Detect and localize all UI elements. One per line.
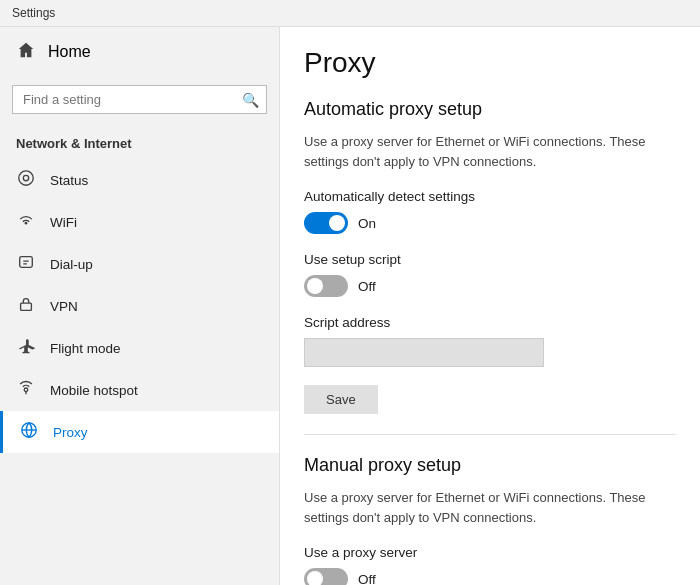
manual-section-title: Manual proxy setup bbox=[304, 455, 676, 476]
manual-section-desc: Use a proxy server for Ethernet or WiFi … bbox=[304, 488, 676, 527]
svg-rect-2 bbox=[20, 257, 33, 268]
automatic-section-desc: Use a proxy server for Ethernet or WiFi … bbox=[304, 132, 676, 171]
use-proxy-label: Use a proxy server bbox=[304, 545, 676, 560]
sidebar: Home 🔍 Network & Internet Status bbox=[0, 27, 280, 585]
sidebar-section-title: Network & Internet bbox=[0, 122, 279, 159]
script-address-row: Script address bbox=[304, 315, 676, 367]
sidebar-item-vpn[interactable]: VPN bbox=[0, 285, 279, 327]
auto-detect-toggle-row: On bbox=[304, 212, 676, 234]
script-address-input[interactable] bbox=[304, 338, 544, 367]
flightmode-label: Flight mode bbox=[50, 341, 121, 356]
sidebar-item-proxy[interactable]: Proxy bbox=[0, 411, 279, 453]
svg-point-1 bbox=[23, 175, 28, 180]
home-icon bbox=[16, 41, 36, 63]
vpn-icon bbox=[16, 295, 36, 317]
title-bar: Settings bbox=[0, 0, 700, 27]
page-title: Proxy bbox=[304, 47, 676, 79]
title-bar-label: Settings bbox=[12, 6, 55, 20]
main-layout: Home 🔍 Network & Internet Status bbox=[0, 27, 700, 585]
auto-detect-row: Automatically detect settings On bbox=[304, 189, 676, 234]
setup-script-row: Use setup script Off bbox=[304, 252, 676, 297]
script-address-label: Script address bbox=[304, 315, 676, 330]
setup-script-toggle-knob bbox=[307, 278, 323, 294]
auto-detect-label: Automatically detect settings bbox=[304, 189, 676, 204]
mobilehotspot-label: Mobile hotspot bbox=[50, 383, 138, 398]
dialup-icon bbox=[16, 253, 36, 275]
mobilehotspot-icon bbox=[16, 379, 36, 401]
proxy-label: Proxy bbox=[53, 425, 88, 440]
section-divider bbox=[304, 434, 676, 435]
wifi-label: WiFi bbox=[50, 215, 77, 230]
sidebar-item-mobilehotspot[interactable]: Mobile hotspot bbox=[0, 369, 279, 411]
content-area: Proxy Automatic proxy setup Use a proxy … bbox=[280, 27, 700, 585]
sidebar-item-wifi[interactable]: WiFi bbox=[0, 201, 279, 243]
sidebar-item-home[interactable]: Home bbox=[0, 27, 279, 77]
dialup-label: Dial-up bbox=[50, 257, 93, 272]
flightmode-icon bbox=[16, 337, 36, 359]
use-proxy-status: Off bbox=[358, 572, 376, 586]
search-box[interactable]: 🔍 bbox=[12, 85, 267, 114]
sidebar-home-label: Home bbox=[48, 43, 91, 61]
status-label: Status bbox=[50, 173, 88, 188]
setup-script-label: Use setup script bbox=[304, 252, 676, 267]
setup-script-toggle[interactable] bbox=[304, 275, 348, 297]
save-button[interactable]: Save bbox=[304, 385, 378, 414]
wifi-icon bbox=[16, 211, 36, 233]
auto-detect-toggle-knob bbox=[329, 215, 345, 231]
auto-detect-status: On bbox=[358, 216, 376, 231]
setup-script-toggle-row: Off bbox=[304, 275, 676, 297]
sidebar-item-status[interactable]: Status bbox=[0, 159, 279, 201]
use-proxy-toggle-row: Off bbox=[304, 568, 676, 585]
proxy-icon bbox=[19, 421, 39, 443]
vpn-label: VPN bbox=[50, 299, 78, 314]
search-icon: 🔍 bbox=[242, 92, 259, 108]
search-input[interactable] bbox=[12, 85, 267, 114]
svg-rect-3 bbox=[21, 303, 32, 310]
sidebar-item-dialup[interactable]: Dial-up bbox=[0, 243, 279, 285]
sidebar-item-flightmode[interactable]: Flight mode bbox=[0, 327, 279, 369]
use-proxy-toggle-knob bbox=[307, 571, 323, 585]
svg-point-0 bbox=[19, 171, 33, 185]
auto-detect-toggle[interactable] bbox=[304, 212, 348, 234]
setup-script-status: Off bbox=[358, 279, 376, 294]
status-icon bbox=[16, 169, 36, 191]
use-proxy-row: Use a proxy server Off bbox=[304, 545, 676, 585]
automatic-section-title: Automatic proxy setup bbox=[304, 99, 676, 120]
svg-point-4 bbox=[24, 388, 28, 392]
use-proxy-toggle[interactable] bbox=[304, 568, 348, 585]
